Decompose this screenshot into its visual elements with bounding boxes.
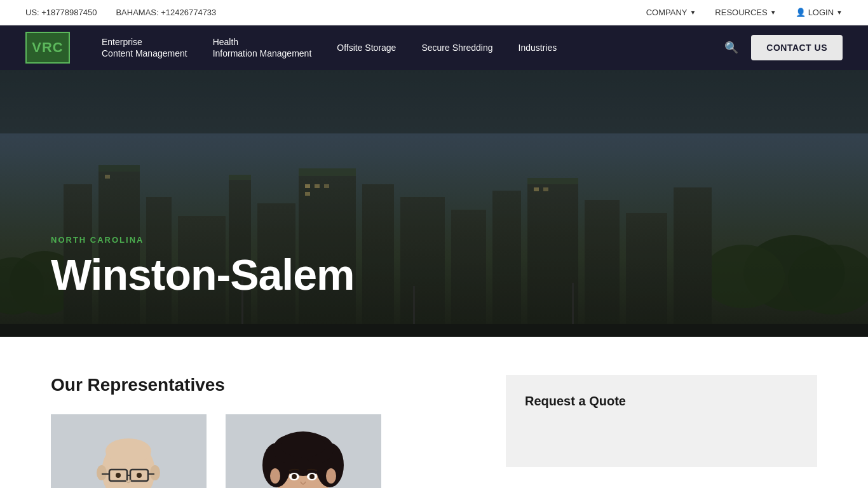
quote-box[interactable]: Request a Quote [506,375,817,467]
content-right: Request a Quote [506,375,817,488]
svg-rect-24 [674,187,712,337]
svg-point-41 [97,465,107,480]
top-bar: US: +18778987450 BAHAMAS: +12426774733 C… [0,0,868,25]
svg-rect-32 [0,324,868,337]
login-dropdown-arrow: ▼ [836,9,843,16]
rep-card-1 [51,414,207,488]
hero-city-title: Winston-Salem [51,251,355,299]
nav-item-shredding[interactable]: Secure Shredding [409,25,505,70]
login-icon: 👤 [796,8,806,17]
reps-title: Our Representatives [51,375,480,395]
svg-point-66 [309,474,315,479]
nav-item-offsite[interactable]: Offsite Storage [324,25,409,70]
nav-item-enterprise[interactable]: EnterpriseContent Management [89,25,200,70]
svg-rect-27 [324,184,329,188]
svg-point-65 [292,474,297,479]
top-bar-nav: COMPANY ▼ RESOURCES ▼ 👤 LOGIN ▼ [646,8,843,17]
svg-rect-34 [413,286,415,324]
svg-rect-17 [400,197,445,337]
nav-items: EnterpriseContent Management HealthInfor… [89,25,724,70]
svg-rect-35 [572,283,574,324]
svg-rect-20 [527,178,578,337]
rep-1-avatar [51,414,207,488]
rep-2-avatar [226,414,381,488]
main-nav: VRC EnterpriseContent Management HealthI… [0,25,868,70]
svg-rect-15 [299,168,356,176]
hero-region-label: NORTH CAROLINA [51,235,355,245]
svg-point-62 [326,468,336,484]
svg-rect-8 [98,165,140,172]
svg-rect-18 [451,210,486,337]
svg-point-49 [137,473,142,478]
quote-box-title: Request a Quote [525,394,626,409]
logo[interactable]: VRC [25,32,70,64]
top-bar-phones: US: +18778987450 BAHAMAS: +12426774733 [25,8,216,17]
phone-bahamas: BAHAMAS: +12426774733 [116,8,216,17]
svg-point-3 [702,245,785,308]
svg-rect-29 [534,187,539,191]
rep-card-2 [226,414,381,488]
search-icon: 🔍 [724,41,738,55]
svg-point-48 [116,473,121,478]
svg-rect-19 [492,191,521,337]
svg-point-60 [281,435,325,458]
svg-point-42 [150,465,160,480]
rep-photo-2 [226,414,381,488]
svg-rect-28 [305,192,310,196]
svg-point-50 [105,438,151,464]
hero-content: NORTH CAROLINA Winston-Salem [0,235,355,299]
svg-rect-25 [305,184,310,188]
nav-item-industries[interactable]: Industries [506,25,570,70]
nav-right: 🔍 CONTACT US [724,35,843,60]
login-menu[interactable]: 👤 LOGIN ▼ [796,8,843,17]
reps-grid [51,414,480,488]
company-menu[interactable]: COMPANY ▼ [646,8,696,17]
content-section: Our Representatives [0,337,868,488]
resources-menu[interactable]: RESOURCES ▼ [715,8,776,17]
rep-photo-1 [51,414,207,488]
svg-rect-23 [626,213,667,337]
svg-point-61 [270,468,280,484]
content-left: Our Representatives [51,375,480,488]
svg-rect-30 [543,187,548,191]
phone-us: US: +18778987450 [25,8,97,17]
search-button[interactable]: 🔍 [724,41,738,55]
svg-rect-12 [229,175,251,180]
svg-rect-21 [527,178,578,184]
resources-dropdown-arrow: ▼ [770,9,776,16]
svg-rect-31 [105,175,110,179]
contact-us-button[interactable]: CONTACT US [751,35,843,60]
svg-rect-26 [315,184,320,188]
hero-section: NORTH CAROLINA Winston-Salem [0,70,868,337]
svg-rect-22 [585,200,620,337]
svg-rect-16 [362,184,394,337]
company-dropdown-arrow: ▼ [689,9,696,16]
nav-item-health[interactable]: HealthInformation Management [200,25,325,70]
